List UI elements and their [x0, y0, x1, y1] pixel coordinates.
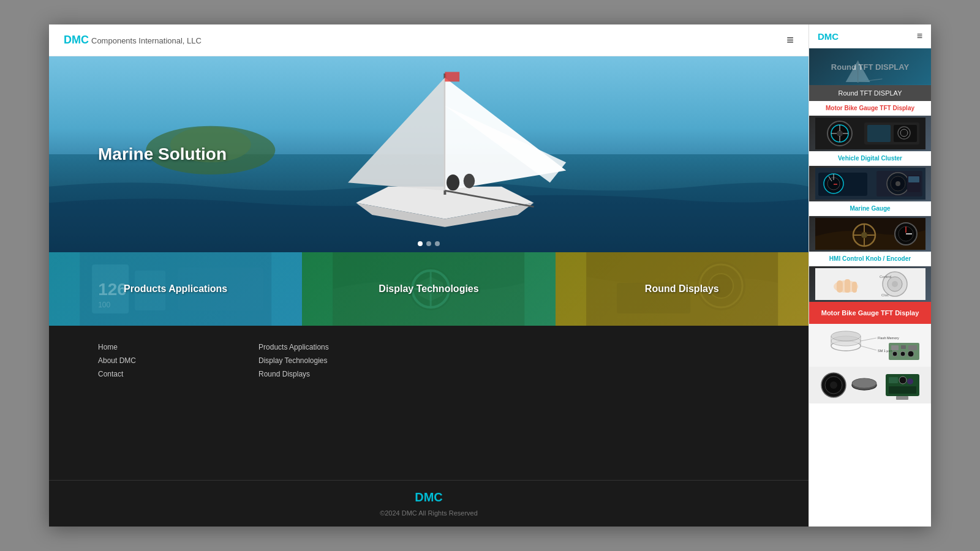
hero-dot-1[interactable] — [418, 241, 423, 246]
hero-dot-2[interactable] — [426, 241, 431, 246]
svg-rect-99 — [889, 377, 898, 383]
svg-point-72 — [892, 281, 898, 287]
svg-point-90 — [900, 351, 905, 356]
hero-slide-text: Marine Solution — [98, 144, 227, 164]
svg-rect-28 — [809, 48, 931, 85]
svg-point-95 — [830, 381, 837, 389]
mobile-hamburger-icon[interactable]: ≡ — [917, 31, 922, 42]
footer-link-home[interactable]: Home — [98, 343, 136, 351]
svg-text:Flash Memory: Flash Memory — [878, 336, 899, 340]
diagram-area-exploded: Flash Memory SM 1 µsrt — [809, 324, 931, 367]
svg-point-42 — [900, 129, 908, 137]
footer-brand: DMC — [59, 490, 799, 504]
svg-rect-69 — [852, 282, 857, 293]
mobile-menu-vehicle[interactable]: Vehicle Digital Cluster — [809, 151, 931, 166]
mobile-menu-marine[interactable]: Marine Gauge — [809, 201, 931, 216]
right-mobile-panel: DMC ≡ Round TFT DISPLAY Round TFT DISPLA… — [809, 24, 931, 527]
svg-point-33 — [837, 130, 843, 137]
mobile-section-title: Round TFT DISPLAY — [809, 85, 931, 101]
svg-point-89 — [892, 351, 897, 356]
svg-text:126: 126 — [98, 280, 127, 299]
hero-dot-3[interactable] — [435, 241, 440, 246]
marine-thumbnail-image — [815, 218, 925, 250]
category-label-display: Display Technologies — [379, 283, 478, 294]
site-footer: Home About DMC Contact Products Applicat… — [49, 326, 809, 527]
footer-links-area: Home About DMC Contact Products Applicat… — [49, 326, 809, 480]
mobile-hero-bg — [809, 48, 931, 85]
svg-rect-55 — [908, 176, 919, 182]
svg-rect-68 — [845, 279, 850, 293]
cta-motor-bike-button[interactable]: Motor Bike Gauge TFT Display — [809, 302, 931, 324]
hamburger-menu-icon[interactable]: ≡ — [786, 33, 794, 47]
svg-point-58 — [861, 232, 867, 238]
hero-section: Marine Solution — [49, 56, 809, 252]
mobile-header: DMC ≡ — [809, 24, 931, 48]
mobile-thumb-marine[interactable] — [809, 216, 931, 252]
footer-link-products[interactable]: Products Applications — [258, 343, 329, 351]
logo-area: DMC Components International, LLC — [64, 34, 202, 47]
svg-rect-8 — [445, 72, 459, 81]
svg-text:Control: Control — [880, 275, 891, 279]
main-browser-panel: DMC Components International, LLC ≡ — [49, 24, 809, 527]
footer-bottom: DMC ©2024 DMC All Rights Reserved — [49, 480, 809, 527]
hero-pagination-dots — [418, 241, 440, 246]
category-label-products: Products Applications — [124, 283, 227, 294]
site-header: DMC Components International, LLC ≡ — [49, 24, 809, 56]
logo-dmc[interactable]: DMC — [64, 34, 89, 47]
svg-point-6 — [447, 174, 459, 190]
footer-link-about[interactable]: About DMC — [98, 356, 136, 365]
svg-point-53 — [895, 181, 900, 186]
svg-rect-87 — [901, 345, 906, 349]
mobile-menu-motorbike[interactable]: Motor Bike Gauge TFT Display — [809, 101, 931, 116]
svg-point-91 — [908, 351, 914, 357]
svg-rect-88 — [908, 345, 917, 350]
category-row: 126 100 Products Applications — [49, 252, 809, 326]
svg-point-78 — [831, 331, 861, 341]
mobile-hero-section: Round TFT DISPLAY — [809, 48, 931, 85]
category-panel-products[interactable]: 126 100 Products Applications — [49, 252, 302, 326]
hmi-thumbnail-image: Control Cloc — [815, 268, 925, 300]
logo-subtitle: Components International, LLC — [91, 36, 202, 45]
svg-point-7 — [464, 174, 475, 189]
mobile-thumb-vehicle[interactable] — [809, 166, 931, 201]
svg-point-97 — [852, 378, 876, 388]
footer-link-contact[interactable]: Contact — [98, 370, 136, 378]
diagram-area-components — [809, 367, 931, 403]
svg-rect-67 — [837, 280, 843, 293]
svg-rect-102 — [889, 386, 916, 394]
svg-text:Cloc: Cloc — [881, 293, 889, 297]
mobile-thumb-hmi[interactable]: Control Cloc — [809, 266, 931, 302]
mobile-logo[interactable]: DMC — [818, 31, 839, 42]
category-label-round: Round Displays — [645, 283, 719, 294]
svg-rect-103 — [896, 396, 908, 400]
category-panel-display[interactable]: Display Technologies — [302, 252, 555, 326]
svg-rect-86 — [891, 345, 899, 350]
svg-rect-65 — [815, 268, 925, 300]
mobile-thumb-motorbike[interactable] — [809, 116, 931, 151]
svg-point-100 — [899, 377, 907, 384]
svg-text:100: 100 — [98, 301, 110, 309]
motorbike-thumbnail-image — [815, 118, 925, 149]
svg-rect-39 — [867, 125, 891, 142]
mobile-menu-hmi[interactable]: HMI Control Knob / Encoder — [809, 252, 931, 266]
footer-copyright: ©2024 DMC All Rights Reserved — [59, 509, 799, 517]
svg-point-101 — [907, 378, 913, 384]
footer-col-left: Home About DMC Contact — [98, 343, 136, 463]
components-diagram-image — [815, 368, 925, 402]
category-panel-round[interactable]: Round Displays — [556, 252, 809, 326]
vehicle-thumbnail-image — [815, 168, 925, 200]
footer-link-display-tech[interactable]: Display Technologies — [258, 356, 329, 365]
exploded-diagram-image: Flash Memory SM 1 µsrt — [815, 326, 925, 365]
footer-col-right: Products Applications Display Technologi… — [258, 343, 329, 463]
footer-link-round[interactable]: Round Displays — [258, 370, 329, 378]
